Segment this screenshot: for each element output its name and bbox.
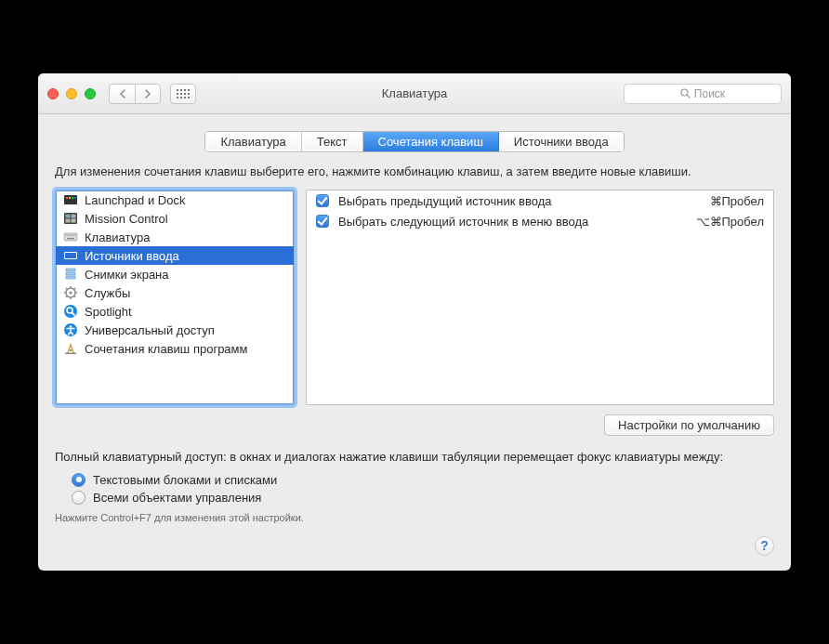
svg-rect-17: [72, 197, 73, 199]
shortcut-keys[interactable]: ⌘Пробел: [710, 194, 765, 208]
svg-rect-30: [74, 235, 75, 236]
shortcut-keys[interactable]: ⌥⌘Пробел: [696, 215, 765, 229]
content-area: КлавиатураТекстСочетания клавишИсточники…: [38, 114, 791, 570]
titlebar: Клавиатура Поиск: [38, 73, 791, 114]
svg-line-43: [66, 288, 67, 289]
svg-line-45: [74, 288, 75, 289]
shortcut-label: Выбрать следующий источник в меню ввода: [338, 215, 687, 229]
app-shortcuts-icon: [63, 341, 78, 356]
svg-line-46: [66, 296, 67, 297]
svg-rect-23: [72, 219, 76, 223]
svg-rect-2: [184, 89, 186, 91]
svg-point-47: [64, 305, 77, 318]
tab-1[interactable]: Текст: [302, 132, 363, 151]
svg-rect-18: [74, 197, 76, 199]
category-item[interactable]: Клавиатура: [56, 228, 294, 246]
radio-button[interactable]: [72, 473, 86, 487]
category-item[interactable]: Mission Control: [56, 209, 294, 228]
svg-rect-10: [184, 97, 186, 99]
svg-point-51: [70, 325, 72, 328]
screenshots-icon: [63, 267, 78, 282]
shortcut-row[interactable]: Выбрать предыдущий источник ввода⌘Пробел: [307, 191, 773, 211]
tab-2[interactable]: Сочетания клавиш: [363, 132, 499, 151]
category-item[interactable]: Launchpad и Dock: [56, 191, 294, 209]
category-item[interactable]: Источники ввода: [56, 246, 294, 265]
category-item[interactable]: Spotlight: [56, 302, 294, 321]
shortcut-label: Выбрать предыдущий источник ввода: [338, 194, 701, 208]
svg-rect-35: [66, 272, 75, 275]
accessibility-icon: [63, 322, 78, 337]
svg-rect-11: [188, 97, 190, 99]
category-label: Снимки экрана: [85, 268, 169, 282]
category-item[interactable]: Сочетания клавиш программ: [56, 339, 294, 358]
close-button[interactable]: [47, 88, 59, 99]
window-controls: [47, 88, 96, 99]
svg-rect-27: [70, 235, 71, 236]
search-placeholder: Поиск: [694, 87, 725, 100]
minimize-button[interactable]: [66, 88, 77, 99]
shortcut-checkbox[interactable]: [316, 194, 329, 207]
fka-hint: Нажмите Control+F7 для изменения этой на…: [55, 512, 774, 523]
shortcut-checkbox[interactable]: [316, 215, 329, 228]
fka-option[interactable]: Текстовыми блоками и списками: [72, 473, 774, 487]
back-button[interactable]: [109, 84, 135, 104]
svg-rect-9: [180, 97, 182, 99]
svg-rect-14: [64, 195, 77, 204]
category-label: Универсальный доступ: [85, 323, 215, 337]
show-all-button[interactable]: [170, 84, 196, 104]
svg-rect-3: [188, 89, 190, 91]
category-item[interactable]: Универсальный доступ: [56, 321, 294, 339]
shortcut-row[interactable]: Выбрать следующий источник в меню ввода⌥…: [307, 211, 773, 231]
svg-rect-22: [66, 219, 71, 223]
category-label: Сочетания клавиш программ: [85, 342, 247, 356]
tab-bar: КлавиатураТекстСочетания клавишИсточники…: [55, 131, 774, 152]
svg-rect-24: [64, 233, 77, 241]
svg-rect-21: [72, 215, 76, 218]
svg-rect-7: [188, 93, 190, 95]
panes: Launchpad и DockMission ControlКлавиатур…: [55, 190, 774, 405]
forward-button[interactable]: [135, 84, 161, 104]
restore-defaults-button[interactable]: Настройки по умолчанию: [604, 414, 774, 436]
svg-rect-1: [180, 89, 182, 91]
category-item[interactable]: Снимки экрана: [56, 265, 294, 283]
keyboard-icon: [63, 230, 78, 244]
svg-rect-34: [66, 269, 75, 271]
zoom-button[interactable]: [85, 88, 96, 99]
launchpad-icon: [63, 192, 78, 207]
category-label: Mission Control: [85, 212, 168, 226]
category-label: Launchpad и Dock: [85, 193, 185, 207]
category-label: Источники ввода: [85, 249, 179, 263]
svg-rect-0: [177, 89, 178, 91]
fka-option[interactable]: Всеми объектами управления: [72, 491, 774, 505]
shortcut-list[interactable]: Выбрать предыдущий источник ввода⌘Пробел…: [306, 190, 774, 405]
svg-rect-15: [66, 197, 68, 199]
svg-point-38: [69, 291, 72, 294]
input-sources-icon: [63, 248, 78, 263]
spotlight-icon: [63, 304, 78, 319]
fka-option-label: Текстовыми блоками и списками: [93, 473, 277, 487]
category-label: Spotlight: [85, 305, 132, 319]
svg-rect-8: [177, 97, 178, 99]
svg-rect-33: [65, 253, 76, 258]
tab-3[interactable]: Источники ввода: [499, 132, 624, 151]
radio-button[interactable]: [72, 491, 86, 505]
svg-rect-16: [69, 197, 71, 199]
search-icon: [680, 88, 691, 99]
category-label: Службы: [85, 286, 130, 300]
svg-line-13: [687, 96, 690, 99]
svg-rect-31: [67, 238, 74, 239]
category-label: Клавиатура: [85, 230, 150, 244]
category-list[interactable]: Launchpad и DockMission ControlКлавиатур…: [55, 190, 295, 405]
category-item[interactable]: Службы: [56, 283, 294, 302]
tab-0[interactable]: Клавиатура: [205, 132, 301, 151]
svg-rect-20: [66, 215, 71, 218]
nav-buttons: [109, 84, 161, 104]
svg-rect-4: [177, 93, 178, 95]
instructions-text: Для изменения сочетания клавиш выберите …: [55, 164, 774, 180]
search-field[interactable]: Поиск: [624, 84, 782, 104]
svg-rect-53: [65, 353, 76, 355]
svg-rect-28: [72, 235, 72, 236]
help-button[interactable]: ?: [755, 536, 774, 556]
svg-point-52: [70, 349, 72, 351]
svg-line-44: [74, 296, 75, 297]
